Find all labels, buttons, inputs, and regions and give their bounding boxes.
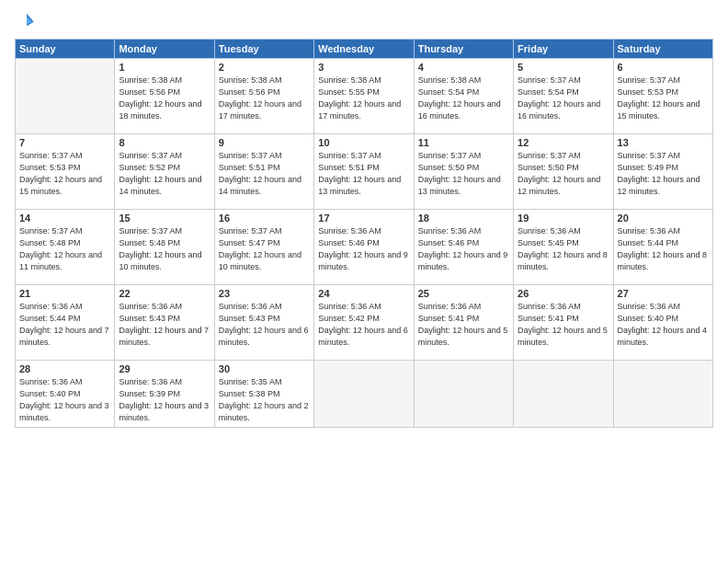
day-info: Sunrise: 5:36 AMSunset: 5:41 PMDaylight:… [418,301,509,349]
calendar-cell: 17Sunrise: 5:36 AMSunset: 5:46 PMDayligh… [314,210,414,285]
calendar-cell: 23Sunrise: 5:36 AMSunset: 5:43 PMDayligh… [214,285,313,361]
day-number: 13 [618,137,709,148]
day-number: 1 [119,62,210,73]
calendar-cell: 6Sunrise: 5:37 AMSunset: 5:53 PMDaylight… [613,59,712,134]
day-info: Sunrise: 5:36 AMSunset: 5:46 PMDaylight:… [318,225,409,273]
calendar-cell: 12Sunrise: 5:37 AMSunset: 5:50 PMDayligh… [514,134,613,210]
day-info: Sunrise: 5:36 AMSunset: 5:41 PMDaylight:… [518,301,609,349]
day-number: 12 [518,137,609,148]
col-header-wednesday: Wednesday [314,40,414,59]
calendar-cell: 27Sunrise: 5:36 AMSunset: 5:40 PMDayligh… [613,285,712,361]
calendar-cell: 1Sunrise: 5:38 AMSunset: 5:56 PMDaylight… [115,59,214,134]
calendar-cell: 24Sunrise: 5:36 AMSunset: 5:42 PMDayligh… [314,285,414,361]
calendar-cell: 26Sunrise: 5:36 AMSunset: 5:41 PMDayligh… [514,285,613,361]
day-info: Sunrise: 5:37 AMSunset: 5:50 PMDaylight:… [418,150,509,198]
calendar-cell: 5Sunrise: 5:37 AMSunset: 5:54 PMDaylight… [514,59,613,134]
day-info: Sunrise: 5:36 AMSunset: 5:46 PMDaylight:… [418,225,509,273]
day-number: 30 [219,363,310,374]
day-info: Sunrise: 5:37 AMSunset: 5:50 PMDaylight:… [518,150,609,198]
day-number: 19 [518,213,609,224]
calendar-week-row: 1Sunrise: 5:38 AMSunset: 5:56 PMDaylight… [16,59,713,134]
day-info: Sunrise: 5:38 AMSunset: 5:56 PMDaylight:… [119,75,210,122]
day-info: Sunrise: 5:36 AMSunset: 5:40 PMDaylight:… [19,376,110,424]
day-number: 10 [318,137,409,148]
calendar-cell: 2Sunrise: 5:38 AMSunset: 5:56 PMDaylight… [214,59,313,134]
calendar-cell: 3Sunrise: 5:38 AMSunset: 5:55 PMDaylight… [314,59,414,134]
day-number: 3 [318,62,409,73]
day-number: 21 [19,288,110,299]
day-info: Sunrise: 5:37 AMSunset: 5:49 PMDaylight:… [618,150,709,198]
calendar-cell: 29Sunrise: 5:36 AMSunset: 5:39 PMDayligh… [115,361,214,428]
calendar-cell [16,59,115,134]
day-info: Sunrise: 5:38 AMSunset: 5:54 PMDaylight:… [418,75,509,122]
calendar-cell: 10Sunrise: 5:37 AMSunset: 5:51 PMDayligh… [314,134,414,210]
day-number: 8 [119,137,210,148]
day-number: 20 [618,213,709,224]
day-number: 7 [19,137,110,148]
day-number: 18 [418,213,509,224]
calendar-week-row: 7Sunrise: 5:37 AMSunset: 5:53 PMDaylight… [16,134,713,210]
calendar-cell: 30Sunrise: 5:35 AMSunset: 5:38 PMDayligh… [214,361,313,428]
calendar-header-row: SundayMondayTuesdayWednesdayThursdayFrid… [16,40,713,59]
calendar-cell [414,361,513,428]
calendar-week-row: 21Sunrise: 5:36 AMSunset: 5:44 PMDayligh… [16,285,713,361]
calendar-cell: 20Sunrise: 5:36 AMSunset: 5:44 PMDayligh… [613,210,712,285]
day-number: 6 [618,62,709,73]
day-info: Sunrise: 5:36 AMSunset: 5:45 PMDaylight:… [518,225,609,273]
day-info: Sunrise: 5:37 AMSunset: 5:48 PMDaylight:… [119,225,210,273]
col-header-sunday: Sunday [16,40,115,59]
day-number: 5 [518,62,609,73]
calendar-cell: 18Sunrise: 5:36 AMSunset: 5:46 PMDayligh… [414,210,513,285]
calendar-cell: 25Sunrise: 5:36 AMSunset: 5:41 PMDayligh… [414,285,513,361]
calendar-cell: 9Sunrise: 5:37 AMSunset: 5:51 PMDaylight… [214,134,313,210]
day-info: Sunrise: 5:37 AMSunset: 5:51 PMDaylight:… [219,150,310,198]
day-number: 2 [219,62,310,73]
calendar-week-row: 14Sunrise: 5:37 AMSunset: 5:48 PMDayligh… [16,210,713,285]
calendar-cell: 7Sunrise: 5:37 AMSunset: 5:53 PMDaylight… [16,134,115,210]
col-header-saturday: Saturday [613,40,712,59]
day-number: 22 [119,288,210,299]
day-number: 9 [219,137,310,148]
day-info: Sunrise: 5:37 AMSunset: 5:53 PMDaylight:… [618,75,709,122]
day-info: Sunrise: 5:36 AMSunset: 5:44 PMDaylight:… [618,225,709,273]
calendar-cell: 4Sunrise: 5:38 AMSunset: 5:54 PMDaylight… [414,59,513,134]
day-info: Sunrise: 5:37 AMSunset: 5:47 PMDaylight:… [219,225,310,273]
logo [15,11,39,31]
day-number: 27 [618,288,709,299]
header [15,11,713,31]
day-info: Sunrise: 5:37 AMSunset: 5:53 PMDaylight:… [19,150,110,198]
calendar-cell [613,361,712,428]
day-number: 4 [418,62,509,73]
day-info: Sunrise: 5:38 AMSunset: 5:56 PMDaylight:… [219,75,310,122]
calendar-cell: 11Sunrise: 5:37 AMSunset: 5:50 PMDayligh… [414,134,513,210]
day-number: 11 [418,137,509,148]
day-number: 15 [119,213,210,224]
calendar-cell: 16Sunrise: 5:37 AMSunset: 5:47 PMDayligh… [214,210,313,285]
day-info: Sunrise: 5:35 AMSunset: 5:38 PMDaylight:… [219,376,310,424]
day-number: 16 [219,213,310,224]
day-number: 17 [318,213,409,224]
day-info: Sunrise: 5:36 AMSunset: 5:44 PMDaylight:… [19,301,110,349]
day-number: 26 [518,288,609,299]
page: SundayMondayTuesdayWednesdayThursdayFrid… [0,0,728,563]
col-header-thursday: Thursday [414,40,513,59]
calendar-week-row: 28Sunrise: 5:36 AMSunset: 5:40 PMDayligh… [16,361,713,428]
day-number: 25 [418,288,509,299]
day-info: Sunrise: 5:37 AMSunset: 5:48 PMDaylight:… [19,225,110,273]
calendar-cell: 28Sunrise: 5:36 AMSunset: 5:40 PMDayligh… [16,361,115,428]
calendar-cell: 21Sunrise: 5:36 AMSunset: 5:44 PMDayligh… [16,285,115,361]
col-header-monday: Monday [115,40,214,59]
logo-icon [15,11,35,31]
day-info: Sunrise: 5:36 AMSunset: 5:39 PMDaylight:… [119,376,210,424]
day-info: Sunrise: 5:38 AMSunset: 5:55 PMDaylight:… [318,75,409,122]
calendar-cell: 14Sunrise: 5:37 AMSunset: 5:48 PMDayligh… [16,210,115,285]
day-info: Sunrise: 5:36 AMSunset: 5:43 PMDaylight:… [219,301,310,349]
day-number: 23 [219,288,310,299]
calendar-table: SundayMondayTuesdayWednesdayThursdayFrid… [15,39,713,428]
day-number: 29 [119,363,210,374]
calendar-cell: 15Sunrise: 5:37 AMSunset: 5:48 PMDayligh… [115,210,214,285]
calendar-cell [514,361,613,428]
calendar-cell: 22Sunrise: 5:36 AMSunset: 5:43 PMDayligh… [115,285,214,361]
day-info: Sunrise: 5:37 AMSunset: 5:52 PMDaylight:… [119,150,210,198]
calendar-cell: 8Sunrise: 5:37 AMSunset: 5:52 PMDaylight… [115,134,214,210]
